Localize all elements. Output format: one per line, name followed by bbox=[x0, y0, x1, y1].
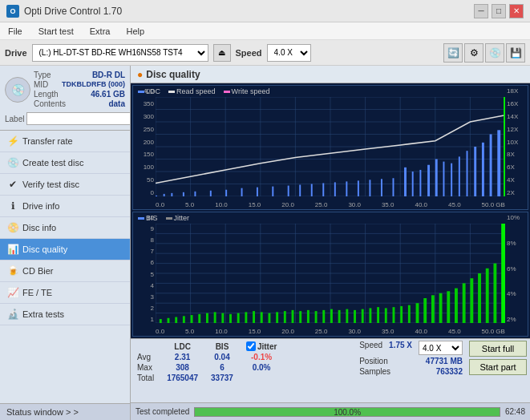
drive-label: Drive bbox=[5, 48, 27, 58]
svg-rect-103 bbox=[369, 308, 371, 323]
read-dot bbox=[168, 91, 175, 93]
max-bis: 6 bbox=[208, 362, 243, 373]
disc-quality-title: Disc quality bbox=[146, 69, 200, 80]
nav-label-transfer-rate: Transfer rate bbox=[22, 136, 73, 146]
bis-dot bbox=[138, 217, 144, 220]
svg-rect-21 bbox=[164, 194, 165, 196]
svg-rect-43 bbox=[427, 165, 430, 196]
position-value: 47731 MB bbox=[426, 357, 463, 365]
refresh-button[interactable]: 🔄 bbox=[443, 43, 463, 63]
jitter-checkbox-label[interactable]: Jitter bbox=[246, 341, 277, 351]
col-header-bis: BIS bbox=[208, 341, 243, 352]
svg-rect-100 bbox=[346, 309, 348, 323]
status-window-button[interactable]: Status window > > bbox=[0, 403, 130, 420]
disc-button[interactable]: 💿 bbox=[485, 43, 504, 63]
svg-rect-115 bbox=[463, 283, 466, 323]
svg-rect-85 bbox=[229, 314, 232, 323]
chart-bottom-legend: BIS Jitter bbox=[138, 214, 189, 222]
contents-value: data bbox=[108, 99, 125, 108]
length-label: Length bbox=[34, 90, 59, 99]
svg-rect-50 bbox=[482, 143, 484, 196]
label-input[interactable] bbox=[26, 112, 131, 125]
svg-rect-76 bbox=[160, 319, 162, 323]
svg-rect-117 bbox=[478, 273, 481, 323]
y-axis-left-top: 400 350 300 250 200 150 100 50 0 bbox=[133, 86, 156, 196]
svg-rect-105 bbox=[385, 308, 387, 323]
drivebar: Drive (L:) HL-DT-ST BD-RE WH16NS58 TST4 … bbox=[0, 40, 530, 66]
svg-rect-91 bbox=[276, 312, 278, 323]
x-axis-top: 0.0 5.0 10.0 15.0 20.0 25.0 30.0 35.0 40… bbox=[156, 201, 505, 209]
start-full-button[interactable]: Start full bbox=[469, 341, 527, 357]
svg-rect-27 bbox=[241, 188, 243, 196]
svg-rect-95 bbox=[307, 310, 310, 323]
close-button[interactable]: ✕ bbox=[509, 4, 524, 18]
svg-rect-52 bbox=[497, 130, 500, 196]
nav-item-extra-tests[interactable]: 🔬 Extra tests bbox=[0, 304, 130, 325]
settings-button[interactable]: ⚙ bbox=[464, 43, 483, 63]
svg-rect-23 bbox=[183, 192, 184, 196]
legend-write-label: Write speed bbox=[232, 87, 270, 95]
right-panel: ● Disc quality LDC Read speed bbox=[131, 66, 530, 420]
type-value: BD-R DL bbox=[92, 71, 125, 79]
app-title: Opti Drive Control 1.70 bbox=[24, 6, 122, 17]
nav-item-disc-info[interactable]: 📀 Disc info bbox=[0, 217, 130, 239]
speed-label: Speed bbox=[236, 48, 262, 58]
chart-bottom: BIS Jitter 10 9 8 7 6 5 4 3 bbox=[132, 212, 528, 337]
verify-test-disc-icon: ✔ bbox=[6, 178, 19, 191]
nav-label-disc-quality: Disc quality bbox=[22, 244, 67, 254]
menu-extra[interactable]: Extra bbox=[85, 25, 115, 38]
svg-rect-108 bbox=[408, 305, 411, 323]
menu-file[interactable]: File bbox=[3, 25, 27, 38]
menu-start-test[interactable]: Start test bbox=[34, 25, 79, 38]
bottom-chart-svg bbox=[156, 224, 505, 323]
nav-item-transfer-rate[interactable]: ⚡ Transfer rate bbox=[0, 131, 130, 152]
create-test-disc-icon: 💿 bbox=[6, 156, 19, 169]
drive-select[interactable]: (L:) HL-DT-ST BD-RE WH16NS58 TST4 bbox=[32, 44, 208, 62]
speed-select[interactable]: 4.0 X bbox=[267, 44, 311, 62]
speed-info-select[interactable]: 4.0 X bbox=[419, 341, 463, 355]
legend-read: Read speed bbox=[168, 87, 216, 95]
svg-rect-82 bbox=[206, 313, 208, 323]
svg-rect-25 bbox=[210, 191, 212, 196]
label-row: Label 🔍 bbox=[5, 112, 125, 125]
progress-track: 100.0% bbox=[194, 407, 500, 417]
avg-ldc: 2.31 bbox=[164, 352, 208, 362]
nav-item-disc-quality[interactable]: 📊 Disc quality bbox=[0, 239, 130, 260]
nav-item-cd-bier[interactable]: 🍺 CD Bier bbox=[0, 260, 130, 282]
svg-rect-29 bbox=[272, 187, 273, 196]
svg-rect-38 bbox=[381, 179, 382, 196]
svg-rect-98 bbox=[330, 309, 333, 323]
svg-rect-35 bbox=[346, 181, 347, 196]
svg-rect-49 bbox=[474, 147, 476, 196]
jitter-checkbox[interactable] bbox=[246, 341, 256, 351]
stats-table: LDC BIS Jitter Avg 2.31 bbox=[134, 341, 353, 383]
eject-button[interactable]: ⏏ bbox=[213, 44, 231, 62]
stats-row-avg: Avg 2.31 0.04 -0.1% bbox=[134, 352, 286, 362]
nav-item-verify-test-disc[interactable]: ✔ Verify test disc bbox=[0, 174, 130, 196]
total-label: Total bbox=[134, 373, 164, 383]
save-button[interactable]: 💾 bbox=[506, 43, 525, 63]
svg-rect-84 bbox=[221, 313, 224, 323]
menubar: File Start test Extra Help bbox=[0, 22, 530, 40]
minimize-button[interactable]: ─ bbox=[474, 4, 488, 18]
disc-props: Type BD-R DL MID TDKBLDRFB (000) Length … bbox=[34, 71, 125, 109]
fe-te-icon: 📈 bbox=[6, 286, 19, 299]
maximize-button[interactable]: □ bbox=[492, 4, 506, 18]
disc-quality-header: ● Disc quality bbox=[131, 66, 530, 83]
nav-item-create-test-disc[interactable]: 💿 Create test disc bbox=[0, 152, 130, 174]
svg-rect-120 bbox=[501, 224, 505, 323]
top-chart-svg bbox=[156, 97, 505, 196]
chart-top: LDC Read speed Write speed 400 350 300 bbox=[132, 85, 528, 210]
y-axis-right-bottom: 10% 8% 6% 4% 2% bbox=[505, 212, 528, 323]
svg-rect-119 bbox=[493, 264, 496, 323]
jitter-dot bbox=[166, 217, 172, 220]
start-part-button[interactable]: Start part bbox=[469, 359, 527, 375]
svg-rect-48 bbox=[467, 151, 468, 196]
svg-rect-99 bbox=[338, 310, 341, 323]
nav-item-drive-info[interactable]: ℹ Drive info bbox=[0, 196, 130, 217]
svg-rect-33 bbox=[322, 183, 324, 196]
svg-rect-106 bbox=[393, 307, 395, 323]
nav-item-fe-te[interactable]: 📈 FE / TE bbox=[0, 282, 130, 304]
menu-help[interactable]: Help bbox=[121, 25, 149, 38]
legend-jitter: Jitter bbox=[166, 214, 190, 222]
